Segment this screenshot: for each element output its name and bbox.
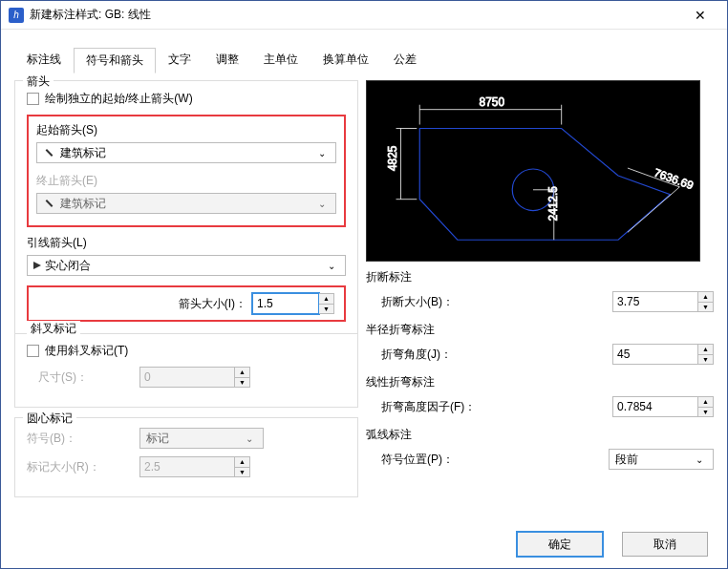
center-mark-title: 圆心标记: [23, 411, 76, 427]
spin-up-icon[interactable]: ▲: [698, 344, 714, 354]
dimension-preview: 8750 4825 2412.5 7636.69: [366, 80, 700, 262]
center-size-label: 标记大小(R)：: [27, 459, 132, 475]
svg-line-13: [628, 187, 679, 232]
arc-symbol-pos-label: 符号位置(P)：: [381, 452, 609, 468]
tab-tolerance[interactable]: 公差: [381, 47, 429, 73]
leader-arrow-value: 实心闭合: [45, 258, 324, 274]
arrow-size-input[interactable]: [252, 293, 319, 314]
center-mark-group: 圆心标记 符号(B)： 标记 ⌄ 标记大小(R)： ▲▼: [14, 417, 358, 497]
end-arrow-value: 建筑标记: [60, 196, 314, 212]
tab-dimlines[interactable]: 标注线: [14, 47, 74, 73]
arrow-size-spinner[interactable]: ▲▼: [252, 293, 334, 314]
tab-symbols-arrows[interactable]: 符号和箭头: [74, 48, 156, 74]
center-symbol-value: 标记: [146, 431, 242, 447]
spin-down-icon: ▼: [235, 467, 250, 478]
spin-down-icon[interactable]: ▼: [698, 302, 714, 313]
linear-jog-group: 线性折弯标注 折弯高度因子(F)： ▲▼: [366, 374, 714, 417]
jog-height-label: 折弯高度因子(F)：: [381, 399, 612, 415]
spin-up-icon: ▲: [235, 367, 250, 377]
app-icon: h: [9, 8, 24, 23]
tab-bar: 标注线 符号和箭头 文字 调整 主单位 换算单位 公差: [1, 30, 727, 73]
tab-alt-units[interactable]: 换算单位: [310, 47, 381, 73]
center-symbol-label: 符号(B)：: [27, 431, 132, 447]
center-size-input: [139, 456, 235, 477]
window-title: 新建标注样式: GB: 线性: [30, 7, 681, 23]
dialog-buttons: 确定 取消: [517, 532, 708, 557]
use-oblique-checkbox[interactable]: [27, 345, 39, 357]
arrows-group-title: 箭头: [23, 74, 54, 90]
chevron-down-icon: ⌄: [314, 148, 330, 158]
titlebar: h 新建标注样式: GB: 线性 ✕: [1, 1, 727, 30]
cancel-button[interactable]: 取消: [622, 532, 708, 557]
arc-symbol-pos-value: 段前: [615, 452, 692, 468]
spin-up-icon[interactable]: ▲: [698, 291, 714, 302]
jog-height-spinner[interactable]: ▲▼: [612, 396, 714, 417]
start-arrow-dropdown[interactable]: 建筑标记 ⌄: [36, 142, 336, 163]
break-size-spinner[interactable]: ▲▼: [612, 291, 714, 312]
draw-separate-label: 绘制独立的起始/终止箭头(W): [45, 91, 193, 107]
svg-text:4825: 4825: [386, 145, 399, 171]
closed-filled-icon: [33, 262, 45, 270]
break-dim-title: 折断标注: [366, 269, 714, 285]
spin-down-icon[interactable]: ▼: [319, 304, 334, 315]
spin-up-icon: ▲: [235, 456, 250, 467]
arc-dim-title: 弧线标注: [366, 427, 714, 443]
linear-jog-title: 线性折弯标注: [366, 374, 714, 390]
start-arrow-value: 建筑标记: [60, 145, 314, 161]
tab-fit[interactable]: 调整: [203, 47, 251, 73]
radius-jog-group: 半径折弯标注 折弯角度(J)： ▲▼: [366, 322, 714, 365]
oblique-size-spinner: ▲▼: [139, 367, 250, 388]
chevron-down-icon: ⌄: [324, 261, 339, 271]
end-arrow-dropdown: 建筑标记 ⌄: [36, 193, 336, 214]
leader-arrow-dropdown[interactable]: 实心闭合 ⌄: [27, 255, 346, 276]
arch-tick-icon: [43, 149, 54, 158]
chevron-down-icon: ⌄: [242, 433, 257, 444]
center-size-spinner: ▲▼: [139, 456, 250, 477]
jog-height-input[interactable]: [612, 396, 698, 417]
jog-angle-label: 折弯角度(J)：: [381, 347, 612, 363]
draw-separate-checkbox[interactable]: [27, 93, 39, 105]
svg-text:2412.5: 2412.5: [546, 186, 560, 221]
tab-primary-units[interactable]: 主单位: [251, 47, 310, 73]
jog-angle-spinner[interactable]: ▲▼: [612, 344, 714, 365]
leader-arrow-label: 引线箭头(L): [27, 235, 346, 251]
highlight-arrow-size: 箭头大小(I)： ▲▼: [27, 285, 346, 322]
use-oblique-label: 使用斜叉标记(T): [45, 343, 128, 359]
spin-up-icon[interactable]: ▲: [319, 293, 334, 304]
oblique-group: 斜叉标记 使用斜叉标记(T) 尺寸(S)： ▲▼: [14, 327, 358, 408]
oblique-title: 斜叉标记: [27, 321, 80, 337]
spin-down-icon: ▼: [235, 377, 250, 389]
break-dim-group: 折断标注 折断大小(B)： ▲▼: [366, 269, 714, 312]
jog-angle-input[interactable]: [612, 344, 698, 365]
svg-text:8750: 8750: [480, 95, 505, 109]
tab-text[interactable]: 文字: [156, 47, 203, 73]
oblique-size-label: 尺寸(S)：: [27, 369, 132, 386]
spin-down-icon[interactable]: ▼: [698, 407, 714, 418]
arch-tick-icon: [43, 200, 54, 208]
center-symbol-dropdown: 标记 ⌄: [139, 428, 264, 449]
spin-down-icon[interactable]: ▼: [698, 354, 714, 366]
svg-text:7636.69: 7636.69: [653, 166, 696, 193]
radius-jog-title: 半径折弯标注: [366, 322, 714, 338]
start-arrow-label: 起始箭头(S): [36, 122, 336, 138]
arc-symbol-pos-dropdown[interactable]: 段前 ⌄: [609, 449, 714, 470]
end-arrow-label: 终止箭头(E): [36, 173, 336, 189]
arrow-size-label: 箭头大小(I)：: [179, 296, 246, 312]
ok-button[interactable]: 确定: [517, 532, 603, 557]
break-size-input[interactable]: [612, 291, 698, 312]
spin-up-icon[interactable]: ▲: [698, 396, 714, 407]
arc-dim-group: 弧线标注 符号位置(P)： 段前 ⌄: [366, 427, 714, 470]
chevron-down-icon: ⌄: [692, 454, 707, 465]
break-size-label: 折断大小(B)：: [381, 294, 612, 310]
oblique-size-input: [139, 367, 235, 388]
arrows-group: 箭头 绘制独立的起始/终止箭头(W) 起始箭头(S) 建筑标记 ⌄ 终止箭头(E…: [14, 80, 358, 334]
chevron-down-icon: ⌄: [314, 199, 330, 209]
close-icon[interactable]: ✕: [681, 8, 719, 23]
highlight-start-end: 起始箭头(S) 建筑标记 ⌄ 终止箭头(E) 建筑标记 ⌄: [27, 115, 346, 227]
